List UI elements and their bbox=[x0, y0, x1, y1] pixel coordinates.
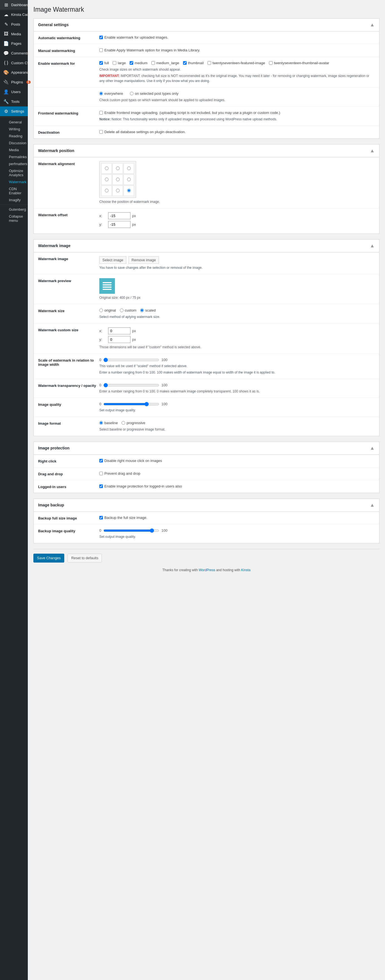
size-scaled-label[interactable]: scaled bbox=[140, 308, 156, 312]
size-custom-label[interactable]: custom bbox=[120, 308, 137, 312]
alignment-radio-6[interactable] bbox=[105, 189, 109, 192]
format-baseline-radio[interactable] bbox=[99, 421, 103, 425]
sidebar-item-settings[interactable]: ⚙ Settings bbox=[0, 107, 28, 116]
sidebar-sub-gutenberg[interactable]: Gutenberg bbox=[0, 206, 28, 213]
watermark-image-header[interactable]: Watermark image ▲ bbox=[34, 240, 379, 252]
sidebar-sub-permalinks[interactable]: Permalinks bbox=[0, 153, 28, 161]
sidebar-item-appearance[interactable]: 🎨 Appearance bbox=[0, 68, 28, 77]
offset-y-input[interactable] bbox=[108, 221, 131, 228]
alignment-radio-2[interactable] bbox=[127, 167, 131, 170]
size-medium-large-checkbox[interactable] bbox=[151, 61, 155, 65]
everywhere-radio[interactable] bbox=[99, 92, 103, 95]
remove-image-button[interactable]: Remove image bbox=[128, 256, 159, 264]
alignment-radio-3[interactable] bbox=[105, 178, 109, 181]
size-medium-checkbox[interactable] bbox=[129, 61, 133, 65]
deactivation-checkbox-label[interactable]: Delete all database settings on plugin d… bbox=[99, 130, 186, 134]
alignment-cell-7[interactable] bbox=[112, 185, 123, 196]
kinsta-link[interactable]: Kinsta bbox=[241, 568, 250, 572]
everywhere-label[interactable]: everywhere bbox=[99, 91, 123, 95]
alignment-cell-0[interactable] bbox=[101, 163, 112, 174]
sidebar-item-plugins[interactable]: 🔌 Plugins 6 bbox=[0, 77, 28, 87]
reset-defaults-button[interactable]: Reset to defaults bbox=[68, 554, 102, 563]
size-original-radio[interactable] bbox=[99, 309, 103, 312]
logged-in-checkbox[interactable] bbox=[99, 484, 103, 488]
sidebar-item-users[interactable]: 👤 Users bbox=[0, 87, 28, 97]
size-medium-large-label[interactable]: medium_large bbox=[151, 61, 179, 65]
select-image-button[interactable]: Select image bbox=[99, 256, 126, 264]
size-thumbnail-label[interactable]: thumbnail bbox=[183, 61, 204, 65]
quality-slider[interactable] bbox=[104, 402, 159, 406]
frontend-watermarking-checkbox[interactable] bbox=[99, 111, 103, 115]
deactivation-checkbox[interactable] bbox=[99, 130, 103, 134]
custom-size-x-input[interactable] bbox=[108, 328, 131, 334]
alignment-radio-0[interactable] bbox=[105, 167, 109, 170]
format-progressive-radio[interactable] bbox=[121, 421, 125, 425]
frontend-watermarking-checkbox-label[interactable]: Enable frontend image uploading. (upload… bbox=[99, 111, 280, 115]
sidebar-sub-cdn-enabler[interactable]: CDN Enabler bbox=[0, 185, 28, 197]
right-click-checkbox-label[interactable]: Disable right mouse click on images bbox=[99, 458, 162, 463]
size-full-label[interactable]: full bbox=[99, 61, 109, 65]
size-extra2-label[interactable]: twentyseventeen-thumbnail-avatar bbox=[269, 61, 329, 65]
alignment-radio-7[interactable] bbox=[116, 189, 120, 192]
transparency-slider[interactable] bbox=[104, 383, 159, 387]
sidebar-sub-reading[interactable]: Reading bbox=[0, 132, 28, 140]
alignment-cell-1[interactable] bbox=[112, 163, 123, 174]
alignment-cell-8[interactable] bbox=[123, 185, 134, 196]
size-extra2-checkbox[interactable] bbox=[269, 61, 273, 65]
image-protection-header[interactable]: Image protection ▲ bbox=[34, 442, 379, 455]
sidebar-item-tools[interactable]: 🔧 Tools bbox=[0, 97, 28, 107]
save-changes-button[interactable]: Save Changes bbox=[34, 554, 64, 563]
drag-drop-checkbox-label[interactable]: Prevent drag and drop bbox=[99, 471, 140, 476]
size-large-label[interactable]: large bbox=[113, 61, 126, 65]
format-progressive-label[interactable]: progressive bbox=[121, 421, 145, 425]
selected-post-types-radio[interactable] bbox=[130, 92, 134, 95]
sidebar-sub-optimize-analytics[interactable]: Optimize Analytics bbox=[0, 167, 28, 178]
size-extra1-checkbox[interactable] bbox=[208, 61, 211, 65]
alignment-cell-4[interactable] bbox=[112, 174, 123, 185]
size-large-checkbox[interactable] bbox=[113, 61, 116, 65]
size-extra1-label[interactable]: twentyseventeen-featured-image bbox=[208, 61, 265, 65]
size-full-checkbox[interactable] bbox=[99, 61, 103, 65]
sidebar-item-kinsta-cache[interactable]: ☁ Kinsta Cache bbox=[0, 10, 28, 19]
alignment-cell-3[interactable] bbox=[101, 174, 112, 185]
manual-watermarking-checkbox[interactable] bbox=[99, 48, 103, 52]
backup-full-checkbox-label[interactable]: Backup the full size image. bbox=[99, 515, 147, 520]
alignment-cell-2[interactable] bbox=[123, 163, 134, 174]
sidebar-item-dashboard[interactable]: ⊞ Dashboard bbox=[0, 0, 28, 10]
sidebar-sub-media[interactable]: Media bbox=[0, 146, 28, 153]
sidebar-sub-imagify[interactable]: Imagify bbox=[0, 197, 28, 204]
right-click-checkbox[interactable] bbox=[99, 459, 103, 463]
size-medium-label[interactable]: medium bbox=[129, 61, 147, 65]
scale-slider[interactable] bbox=[104, 358, 159, 362]
image-backup-header[interactable]: Image backup ▲ bbox=[34, 499, 379, 512]
watermark-position-header[interactable]: Watermark position ▲ bbox=[34, 145, 379, 158]
alignment-radio-4[interactable] bbox=[116, 178, 120, 181]
sidebar-sub-watermark[interactable]: Watermark bbox=[0, 178, 28, 185]
manual-watermarking-checkbox-label[interactable]: Enable Apply Watermark option for images… bbox=[99, 48, 200, 52]
drag-drop-checkbox[interactable] bbox=[99, 472, 103, 475]
alignment-cell-6[interactable] bbox=[101, 185, 112, 196]
alignment-radio-1[interactable] bbox=[116, 167, 120, 170]
sidebar-item-pages[interactable]: 📄 Pages bbox=[0, 39, 28, 48]
selected-post-types-label[interactable]: on selected post types only bbox=[130, 91, 179, 95]
alignment-radio-8[interactable] bbox=[127, 189, 131, 192]
sidebar-item-media[interactable]: 🖼 Media bbox=[0, 29, 28, 39]
sidebar-item-custom-css-js[interactable]: { } Custom CSS & JS bbox=[0, 58, 28, 68]
wordpress-link[interactable]: WordPress bbox=[199, 568, 215, 572]
format-baseline-label[interactable]: baseline bbox=[99, 421, 118, 425]
sidebar-sub-writing[interactable]: Writing bbox=[0, 126, 28, 132]
backup-quality-slider[interactable] bbox=[104, 528, 159, 533]
size-original-label[interactable]: original bbox=[99, 308, 116, 312]
sidebar-item-comments[interactable]: 💬 Comments bbox=[0, 48, 28, 58]
sidebar-sub-discussion[interactable]: Discussion bbox=[0, 140, 28, 146]
size-scaled-radio[interactable] bbox=[140, 309, 144, 312]
custom-size-y-input[interactable] bbox=[108, 336, 131, 343]
backup-full-checkbox[interactable] bbox=[99, 516, 103, 519]
offset-x-input[interactable] bbox=[108, 212, 131, 219]
automatic-watermarking-checkbox[interactable] bbox=[99, 36, 103, 39]
automatic-watermarking-checkbox-label[interactable]: Enable watermark for uploaded images. bbox=[99, 35, 168, 40]
sidebar-item-posts[interactable]: ✎ Posts bbox=[0, 19, 28, 29]
sidebar-sub-perfmatters[interactable]: perfmatters bbox=[0, 161, 28, 167]
size-thumbnail-checkbox[interactable] bbox=[183, 61, 187, 65]
alignment-radio-5[interactable] bbox=[127, 178, 131, 181]
